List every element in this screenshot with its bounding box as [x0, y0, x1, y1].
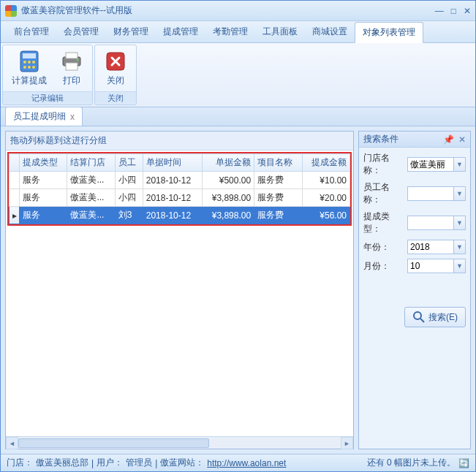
table-row[interactable]: 服务 傲蓝美... 小四 2018-10-12 ¥500.00 服务费 ¥10.… — [10, 172, 350, 189]
svg-point-11 — [77, 59, 79, 61]
type-select[interactable]: ▼ — [407, 216, 466, 230]
chevron-down-icon[interactable]: ▼ — [453, 216, 465, 229]
cell-date: 2018-10-12 — [143, 207, 202, 224]
menu-finance[interactable]: 财务管理 — [106, 21, 156, 42]
svg-rect-10 — [66, 63, 78, 70]
cell-commission: ¥56.00 — [302, 207, 350, 224]
cell-store: 傲蓝美... — [67, 172, 115, 189]
status-site-link[interactable]: http://www.aolan.net — [207, 458, 286, 468]
tab-commission-detail[interactable]: 员工提成明细 x — [5, 107, 83, 126]
ribbon: 计算提成 打印 记录编辑 关闭 关闭 — [1, 43, 475, 107]
col-type[interactable]: 提成类型 — [20, 154, 67, 172]
window-title: 傲蓝美容院管理软件--试用版 — [21, 4, 132, 17]
ribbon-group-record: 计算提成 打印 记录编辑 — [2, 45, 93, 105]
col-indicator — [10, 154, 20, 172]
month-label: 月份： — [363, 260, 404, 273]
status-user: 管理员 — [126, 457, 152, 469]
calculator-icon — [18, 50, 41, 73]
svg-point-5 — [23, 66, 26, 69]
titlebar: 傲蓝美容院管理软件--试用版 — □ ✕ — [1, 1, 475, 21]
store-select[interactable]: 傲蓝美丽▼ — [407, 157, 466, 172]
month-select[interactable]: 10▼ — [407, 259, 466, 273]
col-item[interactable]: 项目名称 — [254, 154, 302, 172]
print-button[interactable]: 打印 — [57, 48, 86, 88]
cell-commission: ¥20.00 — [302, 189, 350, 207]
panel-close-icon[interactable]: ✕ — [458, 134, 466, 145]
chevron-down-icon[interactable]: ▼ — [453, 158, 465, 171]
calc-commission-label: 计算提成 — [12, 75, 47, 87]
svg-point-7 — [32, 66, 35, 69]
menu-tools[interactable]: 工具面板 — [255, 21, 305, 42]
row-indicator: ▸ — [10, 207, 20, 224]
scroll-right-arrow-icon[interactable]: ► — [341, 437, 353, 449]
col-amount[interactable]: 单据金额 — [202, 154, 254, 172]
svg-point-13 — [414, 312, 421, 319]
row-indicator — [10, 172, 20, 189]
cell-item: 服务费 — [254, 189, 302, 207]
pin-icon[interactable]: 📌 — [443, 134, 454, 145]
status-user-label: 用户： — [97, 457, 123, 469]
search-panel-header: 搜索条件 📌 ✕ — [359, 132, 470, 148]
year-label: 年份： — [363, 241, 404, 254]
ribbon-group-record-label: 记录编辑 — [3, 91, 92, 104]
grid-table-wrap: 提成类型 结算门店 员工 单据时间 单据金额 项目名称 提成金额 服务 傲蓝美.… — [7, 152, 352, 226]
svg-point-3 — [28, 61, 31, 64]
calc-commission-button[interactable]: 计算提成 — [9, 48, 50, 88]
cell-amount: ¥3,898.00 — [202, 189, 254, 207]
statusbar: 门店： 傲蓝美丽总部 | 用户： 管理员 | 傲蓝网站： http://www.… — [1, 454, 475, 471]
maximize-button[interactable]: □ — [451, 6, 456, 16]
scroll-left-arrow-icon[interactable]: ◄ — [6, 437, 18, 449]
group-by-hint[interactable]: 拖动列标题到这进行分组 — [6, 132, 353, 151]
menu-front[interactable]: 前台管理 — [7, 21, 56, 42]
svg-point-6 — [28, 66, 31, 69]
emp-label: 员工名称： — [363, 181, 404, 206]
close-button[interactable]: 关闭 — [101, 48, 130, 88]
col-emp[interactable]: 员工 — [115, 154, 143, 172]
svg-point-4 — [32, 61, 35, 64]
tab-label: 员工提成明细 — [13, 110, 66, 123]
svg-point-2 — [23, 61, 26, 64]
chevron-down-icon[interactable]: ▼ — [453, 187, 465, 200]
table-row[interactable]: ▸ 服务 傲蓝美... 刘3 2018-10-12 ¥3,898.00 服务费 … — [10, 207, 350, 224]
chevron-down-icon[interactable]: ▼ — [453, 240, 465, 254]
emp-select[interactable]: ▼ — [407, 186, 466, 201]
year-select[interactable]: 2018▼ — [407, 240, 466, 254]
refresh-icon[interactable]: 🔄 — [458, 458, 469, 468]
cell-type: 服务 — [20, 207, 67, 224]
cell-store: 傲蓝美... — [67, 189, 115, 207]
grid-panel: 拖动列标题到这进行分组 提成类型 结算门店 员工 单据时间 单据金额 项目名称 … — [5, 131, 354, 449]
table-row[interactable]: 服务 傲蓝美... 小四 2018-10-12 ¥3,898.00 服务费 ¥2… — [10, 189, 350, 207]
svg-line-14 — [420, 319, 424, 322]
col-date[interactable]: 单据时间 — [143, 154, 202, 172]
col-store[interactable]: 结算门店 — [67, 154, 115, 172]
cell-item: 服务费 — [254, 207, 302, 224]
cell-item: 服务费 — [254, 172, 302, 189]
search-button[interactable]: 搜索(E) — [404, 307, 466, 327]
cell-type: 服务 — [20, 189, 67, 207]
magnifier-icon — [412, 311, 426, 324]
cell-date: 2018-10-12 — [143, 189, 202, 207]
scroll-thumb[interactable] — [18, 438, 209, 448]
commission-table: 提成类型 结算门店 员工 单据时间 单据金额 项目名称 提成金额 服务 傲蓝美.… — [9, 153, 350, 224]
menu-member[interactable]: 会员管理 — [56, 21, 106, 42]
horizontal-scrollbar[interactable]: ◄ ► — [6, 436, 353, 449]
close-window-button[interactable]: ✕ — [464, 6, 471, 16]
row-indicator — [10, 189, 20, 207]
app-logo-icon — [5, 5, 17, 17]
status-store: 傲蓝美丽总部 — [36, 457, 88, 469]
ribbon-group-close: 关闭 关闭 — [94, 45, 137, 105]
col-commission[interactable]: 提成金额 — [302, 154, 350, 172]
close-icon — [104, 50, 127, 73]
cell-store: 傲蓝美... — [67, 207, 115, 224]
menu-mall[interactable]: 商城设置 — [305, 21, 355, 42]
menu-commission[interactable]: 提成管理 — [156, 21, 205, 42]
search-panel-title: 搜索条件 — [363, 133, 398, 145]
svg-rect-9 — [66, 53, 78, 58]
type-label: 提成类型： — [363, 210, 404, 235]
chevron-down-icon[interactable]: ▼ — [453, 259, 465, 273]
menu-objectlist[interactable]: 对象列表管理 — [355, 22, 423, 43]
minimize-button[interactable]: — — [435, 6, 444, 16]
tab-close-icon[interactable]: x — [70, 112, 75, 122]
cell-emp: 小四 — [115, 189, 143, 207]
menu-attendance[interactable]: 考勤管理 — [205, 21, 255, 42]
